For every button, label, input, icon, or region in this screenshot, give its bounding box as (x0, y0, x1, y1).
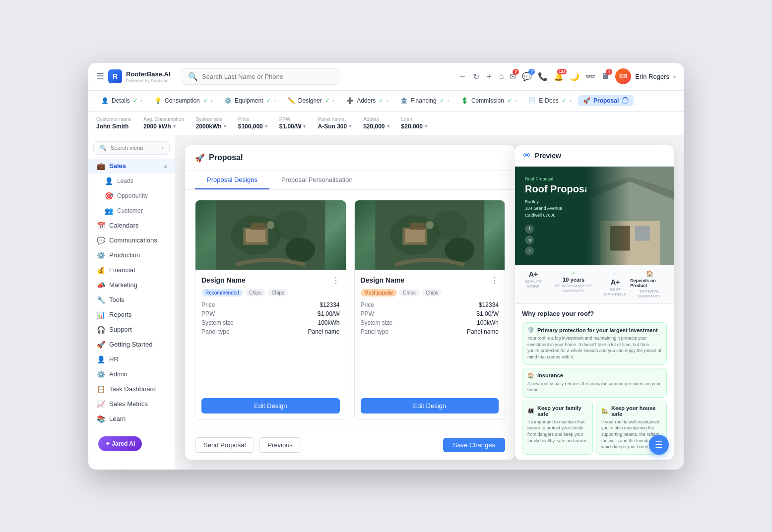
tab-financing[interactable]: 🏦 Financing ✓ › (395, 95, 454, 106)
sidebar-item-reports[interactable]: 📊 Reports (88, 307, 175, 322)
jared-ai-button[interactable]: ✦ Jared AI (98, 436, 142, 451)
sidebar-item-marketing[interactable]: 📣 Marketing (88, 278, 175, 293)
sidebar-search-shortcut: / (162, 145, 163, 151)
sidebar-item-sales-metrics[interactable]: 📈 Sales Metrics (88, 397, 175, 412)
avatar: ER (615, 68, 631, 84)
info-avg-consumption[interactable]: Avg. Consumption 2000 kWh ▾ (143, 117, 184, 130)
tab-arrow-8: › (570, 98, 571, 104)
content-area: 🔍 / 💼 Sales ▴ 👤 Leads 🎯 Opportunity 👥 Cu… (88, 135, 684, 470)
why-replace-section: Why replace your roof? 🛡️ Primary protec… (515, 304, 674, 459)
edit-design-1-button[interactable]: Edit Design (201, 398, 340, 414)
design-2-menu-icon[interactable]: ⋮ (491, 276, 499, 285)
edit-design-2-button[interactable]: Edit Design (361, 398, 499, 414)
design-1-specs: Price $12334 PPW $1.00/W System size 100… (201, 301, 340, 335)
user-area[interactable]: ER Erin Rogers ▾ (615, 68, 676, 84)
home-icon[interactable]: ⌂ (499, 72, 504, 81)
tab-designer-icon: ✏️ (288, 97, 295, 104)
sidebar-item-getting-started[interactable]: 🚀 Getting Started (88, 337, 175, 352)
social-icon-2[interactable]: in (525, 236, 534, 244)
modal-footer: Send Proposal Previous Save Changes (185, 430, 515, 460)
social-icon-1[interactable]: f (525, 225, 534, 234)
mail-icon[interactable]: ✉ 2 (510, 72, 516, 81)
info-ppw[interactable]: PPW $1.00/W ▾ (279, 117, 306, 130)
previous-button[interactable]: Previous (259, 437, 301, 453)
design-1-name: Design Name (201, 276, 246, 284)
proposal-modal: 🚀 Proposal Proposal Designs Proposal Per… (185, 145, 515, 460)
logo-text: RooferBase.AI (126, 70, 171, 78)
chat-icon[interactable]: 💬 2 (522, 72, 532, 81)
phone-icon[interactable]: 📞 (538, 72, 548, 81)
modal-tab-personalisation[interactable]: Proposal Personalisation (269, 171, 365, 189)
sidebar-item-support[interactable]: 🎧 Support (88, 322, 175, 337)
tab-edocs[interactable]: 📄 E-Docs ✓ › (523, 95, 576, 106)
tab-commission[interactable]: 💲 Commission ✓ › (456, 95, 521, 106)
tab-consumption[interactable]: 💡 Consumption ✓ › (149, 95, 217, 106)
sidebar-item-tools[interactable]: 🔧 Tools (88, 293, 175, 307)
sidebar-item-sales[interactable]: 💼 Sales ▴ (88, 159, 175, 174)
spec-row: Price $12334 (361, 301, 499, 308)
bell-icon[interactable]: 🔔 123 (554, 72, 564, 81)
tab-arrow-5: › (386, 98, 388, 104)
social-icon-3[interactable]: t (525, 246, 534, 255)
moon-icon[interactable]: 🌙 (570, 72, 579, 81)
quality-bar: A+ QUALITY WORK ✓ 10 years OF WORKMANSHI… (515, 265, 674, 304)
sidebar-search-input[interactable] (111, 145, 158, 151)
add-icon[interactable]: ＋ (485, 71, 493, 82)
monitor-icon[interactable]: 🖥 1 (601, 72, 609, 81)
tab-details-person-icon: 👤 (101, 97, 109, 104)
info-loan[interactable]: Loan $20,000 ▾ (401, 117, 427, 130)
sidebar-item-opportunity[interactable]: 🎯 Opportunity (88, 188, 175, 203)
svg-point-11 (445, 237, 474, 262)
info-panel-name[interactable]: Panel name A-Sun 300 ▾ (318, 117, 351, 130)
system-size-chevron: ▾ (224, 123, 226, 129)
tab-arrow-6: › (448, 98, 449, 104)
support-icon: 🎧 (96, 326, 105, 334)
sales-icon: 💼 (96, 162, 105, 170)
sidebar-item-learn[interactable]: 📚 Learn (88, 412, 175, 426)
sidebar-item-communications[interactable]: 💬 Communications (88, 233, 175, 248)
tab-adders[interactable]: ➕ Adders ✓ › (341, 95, 393, 106)
design-card-2-image (355, 200, 505, 270)
tag-chips-4: Chips (422, 289, 443, 296)
tab-financing-icon: 🏦 (400, 97, 408, 104)
refresh-icon[interactable]: ↻ (473, 72, 479, 81)
search-bar[interactable]: 🔍 (182, 68, 340, 85)
tab-commission-icon: 💲 (461, 97, 468, 104)
sidebar-item-production[interactable]: ⚙️ Production (88, 248, 175, 263)
info-bar: Customer name John Smith Avg. Consumptio… (88, 112, 684, 135)
proposal-modal-title: Proposal (209, 153, 243, 162)
arrow-left-icon: ← (612, 270, 618, 277)
modal-tab-designs[interactable]: Proposal Designs (195, 171, 269, 189)
proposal-modal-icon: 🚀 (195, 153, 205, 163)
info-price[interactable]: Price $100,000 ▾ (238, 117, 267, 130)
design-card-2: Design Name ⋮ Most popular Chips Chips P… (354, 200, 506, 420)
design-card-2-body: Design Name ⋮ Most popular Chips Chips P… (355, 270, 505, 392)
sidebar-item-hr[interactable]: 👤 HR (88, 352, 175, 367)
tab-designer[interactable]: ✏️ Designer ✓ › (283, 95, 339, 106)
tab-details[interactable]: 👤 Details ✓ › (96, 95, 147, 106)
sidebar-item-leads[interactable]: 👤 Leads (88, 174, 175, 188)
glasses-icon[interactable]: 👓 (585, 72, 595, 81)
info-adders[interactable]: Adders $20,000 ▾ (363, 117, 389, 130)
hamburger-icon[interactable]: ☰ (96, 71, 104, 82)
tab-equipment[interactable]: ⚙️ Equipment ✓ › (219, 95, 281, 106)
tab-edocs-icon: 📄 (528, 97, 536, 104)
fab-button[interactable]: ☰ (649, 435, 669, 455)
save-changes-button[interactable]: Save Changes (443, 438, 505, 452)
sidebar-search[interactable]: 🔍 / (93, 141, 170, 155)
sidebar-item-task-dashboard[interactable]: 📋 Task Dashboard (88, 382, 175, 397)
sidebar-item-customer[interactable]: 👥 Customer (88, 203, 175, 218)
info-system-size[interactable]: System size 2000kWh ▾ (196, 117, 226, 130)
tab-proposal[interactable]: 🚀 Proposal (578, 95, 634, 106)
leads-icon: 👤 (104, 177, 113, 185)
reports-icon: 📊 (96, 311, 105, 319)
search-input[interactable] (202, 73, 334, 80)
design-1-menu-icon[interactable]: ⋮ (332, 276, 340, 285)
aerial-photo-2 (355, 200, 505, 270)
sidebar-item-calendars[interactable]: 📅 Calendars (88, 218, 175, 233)
task-dashboard-icon: 📋 (96, 385, 105, 393)
sidebar-item-financial[interactable]: 💰 Financial (88, 263, 175, 278)
send-proposal-button[interactable]: Send Proposal (195, 437, 254, 453)
back-icon[interactable]: ← (459, 72, 467, 81)
sidebar-item-admin[interactable]: ⚙️ Admin (88, 367, 175, 382)
